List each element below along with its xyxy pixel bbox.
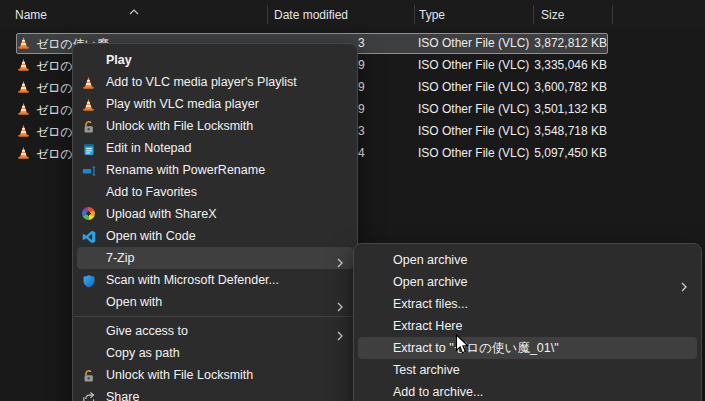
submenu-item-extract-to[interactable]: Extract to "ゼロの使い魔_01\": [358, 337, 697, 359]
file-date-partial: 9: [358, 102, 365, 116]
menu-item-upload-with-sharex[interactable]: Upload with ShareX: [77, 203, 353, 225]
7zip-submenu: Open archive Open archive Extract files.…: [353, 243, 702, 401]
defender-shield-icon: [82, 273, 96, 287]
notepad-icon: [82, 141, 96, 155]
vscode-icon: [82, 229, 96, 243]
vlc-cone-icon: [17, 58, 30, 75]
file-size: 5,097,450 KB: [470, 146, 607, 160]
unlock-icon: [82, 368, 96, 382]
menu-item-play-with-vlc[interactable]: Play with VLC media player: [77, 93, 353, 115]
file-date-partial: 4: [358, 146, 365, 160]
column-header-size[interactable]: Size: [541, 0, 564, 28]
column-divider[interactable]: [414, 5, 415, 24]
menu-item-unlock-file-locksmith[interactable]: Unlock with File Locksmith: [77, 115, 353, 137]
file-size: 3,335,046 KB: [470, 58, 607, 72]
column-divider[interactable]: [612, 5, 613, 24]
menu-item-scan-with-defender[interactable]: Scan with Microsoft Defender...: [77, 269, 353, 291]
file-size: 3,600,782 KB: [470, 80, 607, 94]
chevron-up-icon: [129, 1, 139, 19]
file-name: ゼロの: [36, 58, 73, 75]
file-name: ゼロの: [36, 102, 73, 119]
column-divider[interactable]: [267, 5, 268, 24]
submenu-item-extract-files[interactable]: Extract files...: [358, 293, 697, 315]
file-name: ゼロの: [36, 124, 73, 141]
vlc-cone-icon: [17, 102, 30, 119]
vlc-cone-icon: [17, 124, 30, 141]
column-header-bar: Name Date modified Type Size: [0, 0, 705, 28]
rename-icon: [82, 163, 96, 177]
submenu-item-open-archive-2[interactable]: Open archive: [358, 271, 697, 293]
menu-item-add-to-vlc-playlist[interactable]: Add to VLC media player's Playlist: [77, 71, 353, 93]
menu-item-edit-in-notepad[interactable]: Edit in Notepad: [77, 137, 353, 159]
share-icon: [82, 390, 96, 401]
file-name: ゼロの: [36, 80, 73, 97]
menu-item-play[interactable]: Play: [77, 49, 353, 71]
menu-item-open-with-code[interactable]: Open with Code: [77, 225, 353, 247]
menu-item-rename-with-powerrename[interactable]: Rename with PowerRename: [77, 159, 353, 181]
menu-item-7zip[interactable]: 7-Zip: [77, 247, 353, 269]
sharex-icon: [82, 207, 96, 221]
chevron-right-icon: [337, 297, 343, 319]
column-header-type[interactable]: Type: [419, 0, 445, 28]
vlc-cone-icon: [82, 75, 96, 89]
vlc-cone-icon: [17, 36, 30, 53]
vlc-cone-icon: [17, 146, 30, 163]
menu-item-open-with[interactable]: Open with: [77, 291, 353, 313]
menu-item-give-access-to[interactable]: Give access to: [77, 320, 353, 342]
context-menu: Play Add to VLC media player's Playlist …: [72, 43, 358, 401]
file-name: ゼロの: [36, 146, 73, 163]
submenu-item-extract-here[interactable]: Extract Here: [358, 315, 697, 337]
mouse-cursor: [455, 334, 471, 360]
column-header-date-modified[interactable]: Date modified: [274, 0, 348, 28]
file-date-partial: 9: [358, 80, 365, 94]
column-divider[interactable]: [533, 5, 534, 24]
file-explorer-window: Name Date modified Type Size ゼロの使い魔 3 IS…: [0, 0, 705, 401]
vlc-cone-icon: [17, 80, 30, 97]
file-size: 3,548,718 KB: [470, 124, 607, 138]
menu-separator: [74, 316, 356, 317]
submenu-item-open-archive[interactable]: Open archive: [358, 249, 697, 271]
submenu-item-add-to-archive[interactable]: Add to archive...: [358, 381, 697, 401]
menu-item-share[interactable]: Share: [77, 386, 353, 401]
unlock-icon: [82, 119, 96, 133]
file-size: 3,501,132 KB: [470, 102, 607, 116]
file-date-partial: 3: [358, 124, 365, 138]
menu-item-unlock-file-locksmith-2[interactable]: Unlock with File Locksmith: [77, 364, 353, 386]
vlc-cone-icon: [82, 97, 96, 111]
menu-item-copy-as-path[interactable]: Copy as path: [77, 342, 353, 364]
column-header-name[interactable]: Name: [15, 0, 47, 28]
file-date-partial: 9: [358, 58, 365, 72]
submenu-item-test-archive[interactable]: Test archive: [358, 359, 697, 381]
file-date-partial: 3: [358, 36, 365, 50]
file-size: 3,872,812 KB: [470, 36, 607, 50]
menu-item-add-to-favorites[interactable]: Add to Favorites: [77, 181, 353, 203]
